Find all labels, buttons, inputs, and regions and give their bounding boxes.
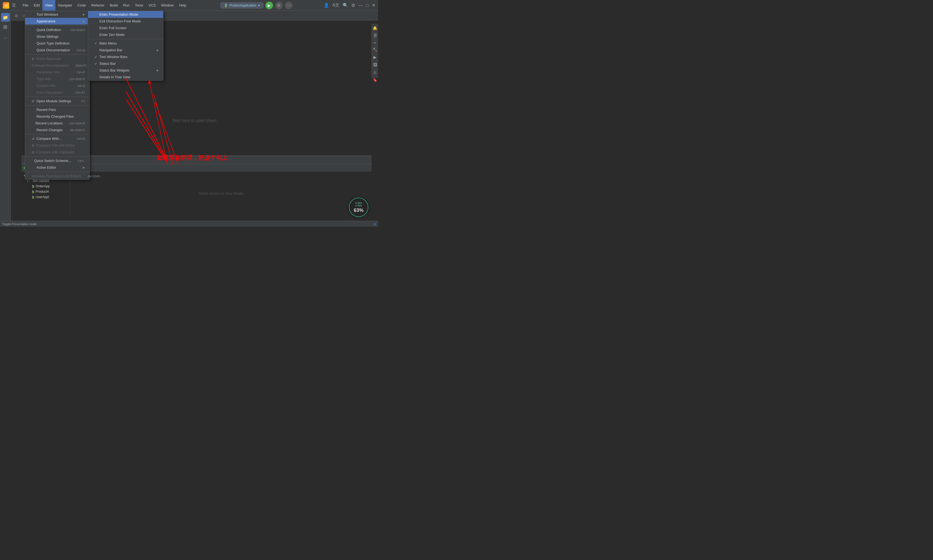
menu-window[interactable]: Window xyxy=(159,0,176,11)
view-compare-file-editor: ⊙ Compare File with Editor xyxy=(25,142,89,149)
bookmark-icon[interactable]: 🔖 xyxy=(373,78,377,82)
titlebar-right-actions: 👤 A文 🔍 ⚙ — □ ✕ xyxy=(324,2,375,8)
run-settings-button[interactable]: ⚙ xyxy=(275,2,283,9)
view-show-bytecode: ⊙ Show Bytecode xyxy=(25,55,89,62)
appearance-status-bar-widgets[interactable]: Status Bar Widgets ▶ xyxy=(88,67,163,74)
tool-window-bars-icon: ✓ xyxy=(93,55,98,59)
sep1 xyxy=(25,25,89,26)
run-button[interactable]: ▶ xyxy=(265,2,273,9)
view-quick-documentation[interactable]: Quick Documentation Ctrl+Q xyxy=(25,47,89,54)
toolbar-btn-circle[interactable]: ◎ xyxy=(13,12,19,19)
appearance-navigation-bar[interactable]: Navigation Bar ▶ xyxy=(88,47,163,54)
app-logo: IJ xyxy=(3,2,9,9)
select-service-text: Select service to view details xyxy=(199,191,243,195)
close-button[interactable]: ✕ xyxy=(372,3,375,8)
view-external-docs: External Documentation Shift+F1 xyxy=(25,62,89,69)
tree-item-userappl[interactable]: 🍃 UserAppl xyxy=(22,194,70,200)
menu-navigate[interactable]: Navigate xyxy=(56,0,74,11)
view-active-editor[interactable]: Active Editor ▶ xyxy=(25,164,89,171)
menu-code[interactable]: Code xyxy=(75,0,89,11)
google-icon: G xyxy=(373,222,376,226)
menu-build[interactable]: Build xyxy=(107,0,120,11)
appearance-submenu: Enter Presentation Mode Exit Distraction… xyxy=(88,11,163,81)
menu-bar: File Edit View Navigate Code Refactor Bu… xyxy=(20,0,189,11)
view-type-info: Type Info Ctrl+Shift+P xyxy=(25,75,89,82)
product-a-label: ProductA xyxy=(35,190,49,194)
search-icon[interactable]: 🔍 xyxy=(343,3,348,8)
view-menu-tool-windows[interactable]: Tool Windows ▶ xyxy=(25,11,89,18)
view-recently-changed-files[interactable]: Recently Changed Files xyxy=(25,113,89,120)
tree-item-orderapp[interactable]: 🍃 OrderApp xyxy=(22,183,70,189)
account-icon[interactable]: 👤 xyxy=(324,3,329,8)
settings-icon[interactable]: ⚙ xyxy=(351,3,355,8)
view-menu: Tool Windows ▶ Appearance ▶ Quick Defini… xyxy=(25,11,89,180)
appearance-main-menu[interactable]: ✓ Main Menu xyxy=(88,40,163,47)
activity-project-icon[interactable]: 📁 xyxy=(1,13,10,22)
order-app-label: OrderApp xyxy=(35,184,50,188)
hamburger-menu[interactable]: ☰ xyxy=(12,3,15,8)
titlebar: IJ ☰ File Edit View Navigate Code Refact… xyxy=(0,0,378,11)
activity-bar: 📁 ⊞ ⋯ xyxy=(0,11,11,221)
menu-run[interactable]: Run xyxy=(120,0,132,11)
view-quick-definition[interactable]: Quick Definition Ctrl+Shift+I xyxy=(25,26,89,33)
module-settings-icon: ⊕ xyxy=(31,99,35,103)
view-context-info: Context Info Alt+Q xyxy=(25,82,89,89)
sep7 xyxy=(25,172,89,172)
menu-help[interactable]: Help xyxy=(176,0,189,11)
run-panel-icon[interactable]: ▶ xyxy=(373,55,376,59)
user-appl-label: UserAppl xyxy=(35,195,49,199)
build-icon[interactable]: 🔨 xyxy=(373,48,377,52)
appearance-enter-zen-mode[interactable]: Enter Zen Mode xyxy=(88,31,163,38)
sep6 xyxy=(25,156,89,157)
status-bar: Toggle Presentation mode G xyxy=(0,221,378,227)
view-open-module-settings[interactable]: ⊕ Open Module Settings F4 xyxy=(25,98,89,105)
compare-icon: ⇄ xyxy=(31,137,35,141)
status-bar-icon: ✓ xyxy=(93,62,98,66)
tree-item-producta[interactable]: 🍃 ProductA xyxy=(22,189,70,194)
view-increase-font-size: Increase Font Size in All Editors Alt+Sh… xyxy=(25,173,89,180)
image-icon[interactable]: 🖼 xyxy=(373,63,377,67)
appearance-enter-full-screen[interactable]: Enter Full Screen xyxy=(88,25,163,31)
cpu-download: 0.7k/s xyxy=(355,204,362,207)
translate-icon[interactable]: A文 xyxy=(332,2,340,8)
view-recent-locations[interactable]: Recent Locations Ctrl+Shift+E xyxy=(25,120,89,126)
notification-icon[interactable]: 🔔 xyxy=(373,26,377,30)
appearance-exit-distraction-free[interactable]: Exit Distraction Free Mode xyxy=(88,18,163,25)
maximize-button[interactable]: □ xyxy=(366,3,369,8)
view-recent-files[interactable]: Recent Files xyxy=(25,106,89,113)
run-configuration[interactable]: 🍃 ProductApplication ▾ xyxy=(221,2,263,8)
menu-view[interactable]: View xyxy=(42,0,56,11)
git-icon[interactable]: m xyxy=(374,41,376,44)
appearance-tool-window-bars[interactable]: ✓ Tool Window Bars xyxy=(88,54,163,60)
editor-empty-text: files here to open them xyxy=(173,118,217,123)
appearance-status-bar[interactable]: ✓ Status Bar xyxy=(88,60,163,67)
activity-more-icon[interactable]: ⋯ xyxy=(1,34,10,42)
menu-edit[interactable]: Edit xyxy=(31,0,42,11)
appearance-details-tree-view[interactable]: Details in Tree View xyxy=(88,74,163,80)
view-quick-type-definition[interactable]: Quick Type Definition xyxy=(25,40,89,47)
compare-clipboard-icon: ⊙ xyxy=(31,150,35,154)
menu-file[interactable]: File xyxy=(20,0,31,11)
view-recent-changes[interactable]: Recent Changes Alt+Shift+C xyxy=(25,126,89,133)
sep5 xyxy=(25,134,89,134)
menu-refactor[interactable]: Refactor xyxy=(89,0,107,11)
view-show-siblings[interactable]: Show Siblings xyxy=(25,33,89,40)
more-run-options[interactable]: ⋯ xyxy=(285,2,293,9)
sep3 xyxy=(25,97,89,97)
view-menu-appearance[interactable]: Appearance ▶ xyxy=(25,18,89,25)
cpu-upload: 0.2k/s xyxy=(355,202,362,204)
database-icon[interactable]: 🗄 xyxy=(373,34,377,38)
minimize-button[interactable]: — xyxy=(358,3,363,8)
view-compare-with[interactable]: ⇄ Compare With... Ctrl+D xyxy=(25,135,89,142)
view-quick-switch-scheme[interactable]: Quick Switch Scheme... Ctrl+` xyxy=(25,157,89,164)
menu-tools[interactable]: Tools xyxy=(132,0,146,11)
appearance-enter-presentation-mode[interactable]: Enter Presentation Mode xyxy=(88,11,163,18)
sep4 xyxy=(25,105,89,106)
view-compare-clipboard: ⊙ Compare with Clipboard xyxy=(25,149,89,155)
view-error-description: Error Description Ctrl+F1 xyxy=(25,89,89,96)
activity-find-icon[interactable]: ⊞ xyxy=(1,23,10,31)
services-detail-panel: Select service to view details xyxy=(70,172,372,215)
problem-icon[interactable]: ⚠ xyxy=(373,70,377,74)
menu-vcs[interactable]: VCS xyxy=(146,0,159,11)
cpu-widget: 0.2k/s 0.7k/s 63% xyxy=(349,198,369,217)
